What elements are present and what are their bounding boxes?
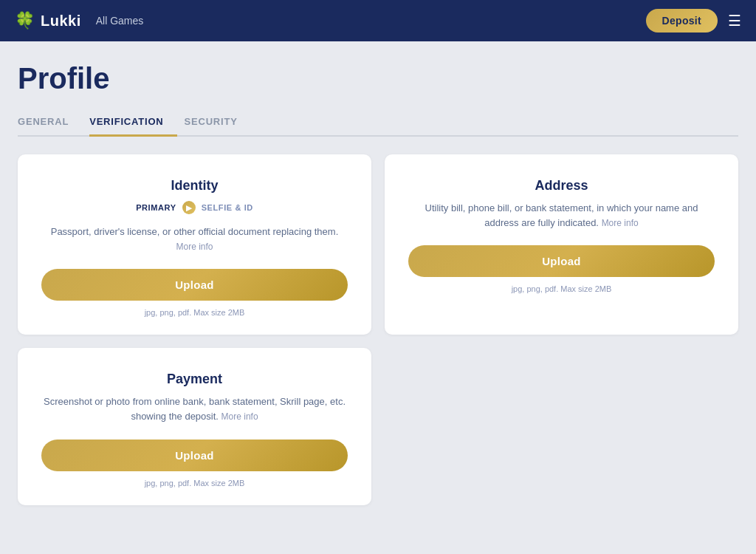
address-more-info[interactable]: More info [602,218,639,228]
address-card-title: Address [535,178,588,194]
payment-card-title: Payment [167,372,222,387]
menu-icon[interactable]: ☰ [728,12,741,30]
address-card: Address Utility bill, phone bill, or ban… [385,154,738,335]
badge-selfie: SELFIE & ID [202,203,253,212]
page-title: Profile [18,62,738,95]
address-description: Utility bill, phone bill, or bank statem… [408,201,715,230]
identity-more-info[interactable]: More info [176,242,213,252]
payment-upload-button[interactable]: Upload [41,440,348,471]
logo-text: Lukki [41,13,81,30]
address-file-types: jpg, png, pdf. Max size 2MB [512,284,612,293]
header-left: 🍀 Lukki All Games [15,11,143,30]
tab-security[interactable]: SECURITY [185,109,251,137]
all-games-link[interactable]: All Games [96,15,144,27]
payment-more-info[interactable]: More info [221,411,258,422]
cards-grid: Identity PRIMARY ▶ SELFIE & ID Passport,… [18,154,738,505]
header-right: Deposit ☰ [646,9,741,33]
payment-card: Payment Screenshot or photo from online … [18,348,371,505]
identity-file-types: jpg, png, pdf. Max size 2MB [145,308,245,317]
payment-file-types: jpg, png, pdf. Max size 2MB [145,479,245,488]
tab-general[interactable]: GENERAL [18,109,82,137]
identity-subtitle-row: PRIMARY ▶ SELFIE & ID [136,201,253,214]
page-content: Profile GENERAL VERIFICATION SECURITY Id… [0,41,756,535]
identity-description: Passport, driver's license, or other off… [41,225,348,254]
identity-card: Identity PRIMARY ▶ SELFIE & ID Passport,… [18,154,371,335]
address-upload-button[interactable]: Upload [408,245,715,277]
payment-description: Screenshot or photo from online bank, ba… [41,394,348,424]
identity-upload-button[interactable]: Upload [41,269,348,301]
tabs: GENERAL VERIFICATION SECURITY [18,109,738,137]
logo: 🍀 Lukki [15,11,81,30]
tab-verification[interactable]: VERIFICATION [89,109,176,137]
identity-card-title: Identity [171,178,218,194]
badge-primary: PRIMARY [136,203,176,212]
logo-icon: 🍀 [15,11,35,30]
arrow-icon: ▶ [182,201,196,214]
header: 🍀 Lukki All Games Deposit ☰ [0,0,756,41]
deposit-button[interactable]: Deposit [646,9,718,33]
